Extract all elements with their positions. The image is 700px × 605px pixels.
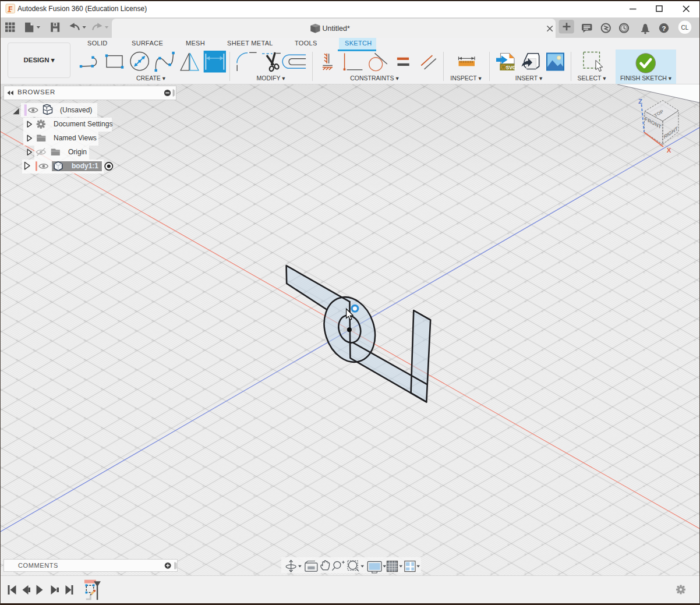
svg-text:Untitled*: Untitled* xyxy=(323,24,350,33)
svg-text:SVG: SVG xyxy=(506,65,517,70)
svg-text:Z: Z xyxy=(638,98,642,105)
svg-text:?: ? xyxy=(662,25,666,32)
svg-text:X: X xyxy=(667,147,671,154)
svg-text:CL: CL xyxy=(681,24,689,31)
